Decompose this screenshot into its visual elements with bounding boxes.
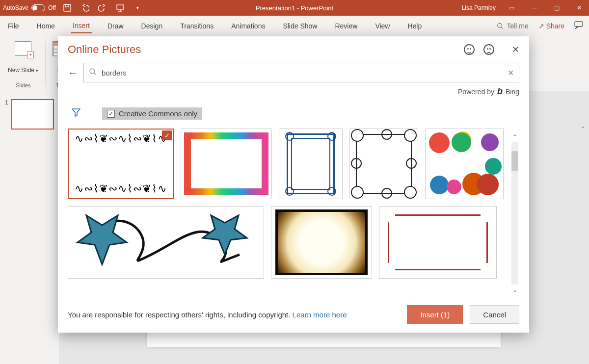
tab-view[interactable]: View bbox=[373, 19, 392, 33]
tab-file[interactable]: File bbox=[6, 19, 21, 33]
tell-me-search[interactable]: Tell me bbox=[497, 22, 528, 30]
feedback-sad-icon[interactable] bbox=[483, 44, 494, 55]
result-blue-stars-doodle[interactable] bbox=[68, 206, 264, 279]
user-name[interactable]: Lisa Parmley bbox=[462, 4, 496, 11]
result-swirl-border[interactable]: ∿∾⌇❦∾∿⌇∾❦⌇∿ ∿∾⌇❦∾∿⌇∾❦⌇∿ ✓ bbox=[68, 129, 174, 199]
insert-button[interactable]: Insert (1) bbox=[407, 305, 463, 324]
minimize-icon[interactable]: — bbox=[527, 3, 541, 13]
search-input[interactable] bbox=[102, 69, 503, 77]
learn-more-link[interactable]: Learn more here bbox=[293, 311, 347, 319]
comments-icon[interactable] bbox=[574, 21, 583, 30]
quick-access-toolbar: ▾ bbox=[63, 3, 142, 12]
back-icon[interactable]: ← bbox=[68, 67, 78, 78]
tab-transitions[interactable]: Transitions bbox=[178, 19, 215, 33]
document-title: Presentation1 - PowerPoint bbox=[256, 4, 333, 12]
cancel-button[interactable]: Cancel bbox=[470, 305, 519, 324]
save-icon[interactable] bbox=[63, 3, 72, 12]
cc-label: Creative Commons only bbox=[119, 109, 197, 118]
new-slide-icon: + bbox=[15, 41, 31, 56]
svg-line-6 bbox=[502, 27, 504, 29]
slide-number: 1 bbox=[5, 99, 8, 128]
new-slide-group[interactable]: + New Slide ▾ Slides bbox=[4, 38, 42, 89]
qat-customize-icon[interactable]: ▾ bbox=[134, 3, 142, 12]
checkbox-icon[interactable]: ✓ bbox=[107, 110, 115, 118]
redo-icon[interactable] bbox=[98, 3, 107, 12]
tab-help[interactable]: Help bbox=[405, 19, 424, 33]
new-slide-label: New Slide ▾ bbox=[8, 67, 38, 74]
undo-icon[interactable] bbox=[80, 3, 89, 12]
powered-by-label: Powered by b Bing bbox=[68, 86, 519, 97]
svg-line-21 bbox=[94, 73, 96, 75]
title-bar: AutoSave Off ▾ Presentation1 - PowerPoin… bbox=[0, 0, 589, 16]
online-pictures-dialog: Online Pictures ✕ ← ✕ Powered by b Bing … bbox=[58, 36, 529, 333]
tab-insert[interactable]: Insert bbox=[71, 19, 92, 33]
bing-logo-icon: b bbox=[497, 86, 503, 97]
feedback-happy-icon[interactable] bbox=[464, 44, 475, 55]
result-grunge-frame[interactable] bbox=[271, 206, 372, 279]
creative-commons-filter[interactable]: ✓ Creative Commons only bbox=[102, 107, 202, 120]
svg-rect-1 bbox=[65, 4, 68, 7]
collapse-ribbon-icon[interactable]: ⌃ bbox=[581, 126, 585, 132]
clear-search-icon[interactable]: ✕ bbox=[508, 68, 514, 78]
autosave-state: Off bbox=[48, 4, 56, 11]
filter-icon[interactable] bbox=[72, 108, 80, 119]
share-button[interactable]: ↗ Share bbox=[538, 22, 564, 30]
dialog-close-icon[interactable]: ✕ bbox=[512, 44, 519, 55]
ribbon-options-icon[interactable]: ▭ bbox=[505, 3, 518, 13]
maximize-icon[interactable]: ▢ bbox=[550, 3, 563, 13]
svg-rect-2 bbox=[117, 5, 124, 9]
svg-rect-7 bbox=[575, 22, 583, 26]
svg-point-5 bbox=[498, 23, 502, 27]
tab-design[interactable]: Design bbox=[139, 19, 165, 33]
rights-message: You are responsible for respecting other… bbox=[68, 310, 400, 320]
tab-home[interactable]: Home bbox=[35, 19, 57, 33]
svg-point-20 bbox=[90, 69, 95, 74]
result-blue-ornate[interactable] bbox=[279, 129, 343, 199]
result-rainbow-stars[interactable] bbox=[181, 129, 272, 199]
result-red-ticket[interactable] bbox=[379, 206, 497, 279]
slides-section-label: Slides bbox=[16, 82, 30, 88]
results-scrollbar[interactable]: ⌃ ⌄ bbox=[510, 133, 519, 293]
tab-animations[interactable]: Animations bbox=[229, 19, 267, 33]
slide-thumbnail-panel: 1 bbox=[0, 91, 59, 364]
result-black-ornate[interactable] bbox=[349, 129, 418, 199]
autosave-toggle[interactable] bbox=[31, 4, 45, 11]
tab-slideshow[interactable]: Slide Show bbox=[281, 19, 319, 33]
search-icon bbox=[89, 68, 97, 78]
autosave-label: AutoSave bbox=[3, 4, 28, 11]
tab-draw[interactable]: Draw bbox=[106, 19, 126, 33]
autosave-control[interactable]: AutoSave Off bbox=[3, 4, 56, 11]
dialog-title: Online Pictures bbox=[68, 43, 464, 56]
present-icon[interactable] bbox=[116, 3, 125, 12]
ribbon-tabs: File Home Insert Draw Design Transitions… bbox=[0, 16, 589, 36]
slide-thumbnail-1[interactable] bbox=[11, 99, 54, 130]
scroll-down-icon[interactable]: ⌄ bbox=[512, 286, 517, 293]
search-box[interactable]: ✕ bbox=[83, 63, 519, 82]
selected-check-icon: ✓ bbox=[162, 130, 172, 140]
search-results: ∿∾⌇❦∾∿⌇∾❦⌇∿ ∿∾⌇❦∾∿⌇∾❦⌇∿ ✓ bbox=[68, 129, 519, 298]
tab-review[interactable]: Review bbox=[333, 19, 359, 33]
svg-marker-23 bbox=[203, 215, 247, 255]
close-icon[interactable]: ✕ bbox=[572, 3, 586, 13]
svg-rect-0 bbox=[64, 4, 71, 11]
svg-marker-22 bbox=[78, 215, 127, 264]
tell-me-label: Tell me bbox=[507, 22, 528, 30]
result-paint-splatter[interactable] bbox=[425, 129, 504, 199]
share-label: Share bbox=[546, 22, 564, 30]
search-icon bbox=[497, 23, 504, 29]
scroll-up-icon[interactable]: ⌃ bbox=[512, 133, 517, 140]
